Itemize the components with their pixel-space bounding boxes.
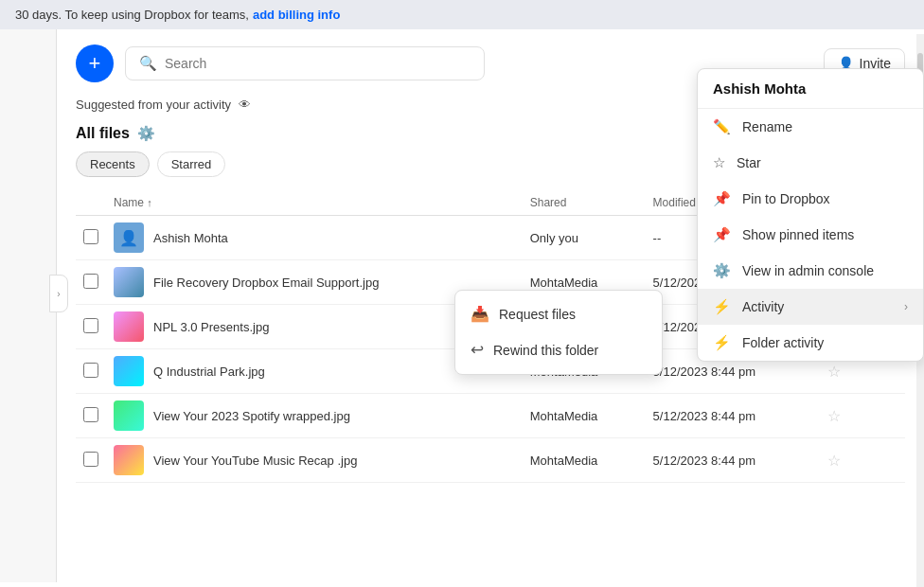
user-dropdown: Ashish Mohta ✏️ Rename ☆ Star 📌 Pin to D…: [697, 68, 924, 362]
files-title: All files: [76, 125, 130, 142]
add-button[interactable]: +: [76, 44, 114, 82]
row-checkbox-cell: [76, 216, 106, 260]
pin-label: Pin to Dropbox: [742, 191, 830, 206]
row-checkbox-cell: [76, 394, 106, 438]
star-button[interactable]: ☆: [827, 364, 841, 380]
folder-activity-label: Folder activity: [742, 335, 824, 350]
star-button[interactable]: ☆: [827, 453, 841, 469]
table-row: View Your YouTube Music Recap .jpg Mohta…: [76, 438, 905, 483]
rewind-icon: ↩: [471, 340, 484, 360]
row-actions-cell: ☆: [820, 438, 905, 483]
activity-chevron-icon: ›: [904, 300, 908, 313]
row-name-cell: View Your 2023 Spotify wrapped.jpg: [106, 394, 523, 438]
file-thumbnail: [114, 311, 144, 342]
file-name[interactable]: NPL 3.0 Presents.jpg: [153, 320, 269, 334]
banner-text: 30 days. To keep using Dropbox for teams…: [15, 8, 249, 22]
top-banner: 30 days. To keep using Dropbox for teams…: [0, 0, 924, 29]
request-files-label: Request files: [499, 307, 576, 322]
show-pinned-label: Show pinned items: [742, 227, 854, 242]
sidebar: [0, 29, 57, 582]
row-name-cell: View Your YouTube Music Recap .jpg: [106, 438, 523, 483]
file-name[interactable]: Q Industrial Park.jpg: [153, 365, 265, 379]
folder-activity-icon: ⚡: [713, 334, 731, 351]
menu-item-admin-console[interactable]: ⚙️ View in admin console: [698, 253, 923, 289]
activity-label: Activity: [742, 299, 784, 314]
row-actions-cell: ☆: [820, 394, 905, 438]
row-checkbox[interactable]: [83, 363, 98, 378]
rename-label: Rename: [742, 119, 792, 134]
star-label: Star: [737, 155, 761, 170]
file-name[interactable]: Ashish Mohta: [153, 231, 228, 245]
request-files-icon: 📥: [471, 305, 489, 323]
suggested-label: Suggested from your activity: [76, 98, 231, 112]
shared-value: Only you: [530, 231, 578, 245]
file-name[interactable]: View Your 2023 Spotify wrapped.jpg: [153, 409, 350, 423]
menu-item-rewind-folder[interactable]: ↩ Rewind this folder: [455, 331, 662, 368]
row-shared-cell: MohtaMedia: [523, 438, 646, 483]
row-checkbox[interactable]: [83, 452, 98, 467]
menu-item-pin[interactable]: 📌 Pin to Dropbox: [698, 181, 923, 217]
row-checkbox[interactable]: [83, 274, 98, 289]
row-modified-cell: 5/12/2023 8:44 pm: [646, 394, 821, 438]
file-thumbnail: [114, 400, 144, 431]
row-checkbox-cell: [76, 260, 106, 305]
row-checkbox-cell: [76, 438, 106, 483]
shared-value: MohtaMedia: [530, 409, 598, 423]
table-row: View Your 2023 Spotify wrapped.jpg Mohta…: [76, 394, 905, 438]
row-checkbox[interactable]: [83, 407, 98, 422]
row-checkbox[interactable]: [83, 318, 98, 333]
tab-recents[interactable]: Recents: [76, 151, 150, 177]
sidebar-toggle[interactable]: ›: [49, 275, 68, 312]
row-name-cell: 👤 Ashish Mohta: [106, 216, 523, 260]
pin-icon: 📌: [713, 190, 731, 207]
row-checkbox[interactable]: [83, 229, 98, 244]
admin-console-icon: ⚙️: [713, 262, 731, 279]
file-thumbnail: [114, 356, 144, 386]
rewind-label: Rewind this folder: [493, 343, 598, 358]
show-pinned-icon: 📌: [713, 226, 731, 243]
search-icon: 🔍: [139, 55, 157, 72]
th-checkbox: [76, 190, 106, 216]
sort-arrow: ↑: [147, 197, 152, 208]
search-input[interactable]: [165, 56, 471, 71]
user-dropdown-header: Ashish Mohta: [698, 69, 923, 109]
row-shared-cell: MohtaMedia: [523, 394, 646, 438]
file-thumbnail: [114, 445, 144, 475]
star-icon: ☆: [713, 154, 725, 171]
row-checkbox-cell: [76, 349, 106, 394]
billing-link[interactable]: add billing info: [253, 8, 340, 22]
activity-icon: ⚡: [713, 298, 731, 315]
th-shared: Shared: [523, 190, 646, 216]
file-name[interactable]: File Recovery Dropbox Email Support.jpg: [153, 276, 379, 290]
tab-starred[interactable]: Starred: [157, 151, 226, 177]
modified-value: 5/12/2023 8:44 pm: [653, 409, 755, 423]
row-shared-cell: Only you: [523, 216, 646, 260]
suggested-eye-icon[interactable]: 👁: [239, 98, 251, 112]
file-name[interactable]: View Your YouTube Music Recap .jpg: [153, 454, 357, 468]
menu-item-folder-activity[interactable]: ⚡ Folder activity: [698, 325, 923, 361]
row-checkbox-cell: [76, 305, 106, 349]
menu-item-request-files[interactable]: 📥 Request files: [455, 296, 662, 331]
shared-value: MohtaMedia: [530, 276, 598, 290]
modified-value: --: [653, 231, 662, 245]
menu-item-star[interactable]: ☆ Star: [698, 145, 923, 181]
menu-item-activity[interactable]: ⚡ Activity ›: [698, 289, 923, 325]
modified-value: 5/12/2023 8:44 pm: [653, 454, 755, 468]
file-thumbnail: 👤: [114, 222, 144, 253]
rename-icon: ✏️: [713, 118, 731, 135]
files-settings-icon[interactable]: ⚙️: [137, 125, 155, 142]
modified-value: 5/12/2023 8:44 pm: [653, 365, 755, 379]
menu-item-rename[interactable]: ✏️ Rename: [698, 109, 923, 145]
menu-item-show-pinned[interactable]: 📌 Show pinned items: [698, 217, 923, 253]
star-button[interactable]: ☆: [827, 408, 841, 424]
search-box[interactable]: 🔍: [125, 46, 485, 80]
th-name[interactable]: Name ↑: [106, 190, 523, 216]
shared-value: MohtaMedia: [530, 454, 598, 468]
row-modified-cell: 5/12/2023 8:44 pm: [646, 438, 821, 483]
file-thumbnail: [114, 267, 144, 297]
admin-console-label: View in admin console: [742, 263, 874, 278]
file-context-menu: 📥 Request files ↩ Rewind this folder: [454, 290, 663, 375]
